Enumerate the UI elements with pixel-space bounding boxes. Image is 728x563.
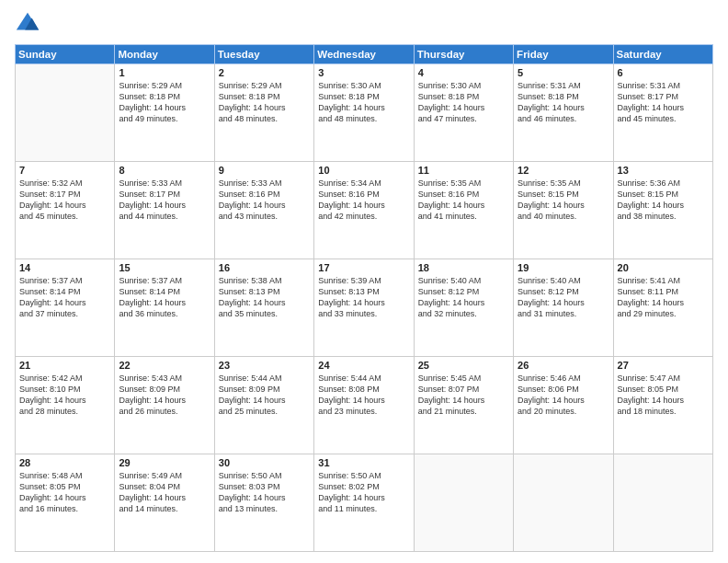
day-number: 24 — [318, 360, 409, 371]
calendar-cell — [613, 454, 712, 552]
calendar-table: SundayMondayTuesdayWednesdayThursdayFrid… — [15, 44, 713, 552]
weekday-header-monday: Monday — [115, 45, 214, 64]
weekday-header-tuesday: Tuesday — [214, 45, 313, 64]
day-info: Sunrise: 5:49 AM Sunset: 8:04 PM Dayligh… — [119, 470, 210, 515]
calendar-cell: 22Sunrise: 5:43 AM Sunset: 8:09 PM Dayli… — [115, 357, 214, 454]
day-number: 23 — [219, 360, 310, 371]
calendar-cell: 26Sunrise: 5:46 AM Sunset: 8:06 PM Dayli… — [514, 357, 613, 454]
calendar-cell: 14Sunrise: 5:37 AM Sunset: 8:14 PM Dayli… — [16, 259, 115, 357]
day-info: Sunrise: 5:30 AM Sunset: 8:18 PM Dayligh… — [418, 80, 509, 125]
weekday-header-sunday: Sunday — [16, 45, 115, 64]
day-number: 16 — [219, 262, 310, 273]
day-number: 5 — [518, 67, 609, 78]
weekday-header-thursday: Thursday — [414, 45, 513, 64]
day-info: Sunrise: 5:38 AM Sunset: 8:13 PM Dayligh… — [219, 275, 310, 320]
day-number: 22 — [119, 360, 210, 371]
day-info: Sunrise: 5:44 AM Sunset: 8:09 PM Dayligh… — [219, 373, 310, 418]
calendar-cell: 6Sunrise: 5:31 AM Sunset: 8:17 PM Daylig… — [613, 64, 712, 162]
calendar-cell: 9Sunrise: 5:33 AM Sunset: 8:16 PM Daylig… — [214, 162, 313, 259]
day-info: Sunrise: 5:31 AM Sunset: 8:17 PM Dayligh… — [618, 80, 709, 125]
calendar-cell: 19Sunrise: 5:40 AM Sunset: 8:12 PM Dayli… — [514, 259, 613, 357]
calendar-cell: 30Sunrise: 5:50 AM Sunset: 8:03 PM Dayli… — [214, 454, 313, 552]
calendar-cell: 31Sunrise: 5:50 AM Sunset: 8:02 PM Dayli… — [314, 454, 414, 552]
day-info: Sunrise: 5:41 AM Sunset: 8:11 PM Dayligh… — [618, 275, 709, 320]
calendar-cell: 25Sunrise: 5:45 AM Sunset: 8:07 PM Dayli… — [414, 357, 513, 454]
day-info: Sunrise: 5:36 AM Sunset: 8:15 PM Dayligh… — [618, 178, 709, 223]
day-info: Sunrise: 5:35 AM Sunset: 8:15 PM Dayligh… — [518, 178, 609, 223]
day-number: 13 — [618, 165, 709, 176]
day-number: 31 — [318, 457, 409, 468]
calendar-cell — [514, 454, 613, 552]
day-number: 18 — [418, 262, 509, 273]
calendar-cell: 27Sunrise: 5:47 AM Sunset: 8:05 PM Dayli… — [613, 357, 712, 454]
calendar-cell: 7Sunrise: 5:32 AM Sunset: 8:17 PM Daylig… — [16, 162, 115, 259]
day-info: Sunrise: 5:48 AM Sunset: 8:05 PM Dayligh… — [19, 470, 110, 515]
calendar-cell — [16, 64, 115, 162]
weekday-header-wednesday: Wednesday — [314, 45, 414, 64]
day-number: 19 — [518, 262, 609, 273]
day-number: 21 — [19, 360, 110, 371]
calendar-cell: 3Sunrise: 5:30 AM Sunset: 8:18 PM Daylig… — [314, 64, 414, 162]
day-info: Sunrise: 5:44 AM Sunset: 8:08 PM Dayligh… — [318, 373, 409, 418]
day-info: Sunrise: 5:33 AM Sunset: 8:17 PM Dayligh… — [119, 178, 210, 223]
day-number: 7 — [19, 165, 110, 176]
day-number: 20 — [618, 262, 709, 273]
day-info: Sunrise: 5:45 AM Sunset: 8:07 PM Dayligh… — [418, 373, 509, 418]
calendar-week-1: 1Sunrise: 5:29 AM Sunset: 8:18 PM Daylig… — [16, 64, 713, 162]
day-info: Sunrise: 5:30 AM Sunset: 8:18 PM Dayligh… — [318, 80, 409, 125]
day-info: Sunrise: 5:47 AM Sunset: 8:05 PM Dayligh… — [618, 373, 709, 418]
page: SundayMondayTuesdayWednesdayThursdayFrid… — [0, 0, 728, 563]
day-info: Sunrise: 5:42 AM Sunset: 8:10 PM Dayligh… — [19, 373, 110, 418]
day-info: Sunrise: 5:50 AM Sunset: 8:03 PM Dayligh… — [219, 470, 310, 515]
calendar-cell: 8Sunrise: 5:33 AM Sunset: 8:17 PM Daylig… — [115, 162, 214, 259]
calendar-cell: 11Sunrise: 5:35 AM Sunset: 8:16 PM Dayli… — [414, 162, 513, 259]
calendar-week-2: 7Sunrise: 5:32 AM Sunset: 8:17 PM Daylig… — [16, 162, 713, 259]
weekday-header-saturday: Saturday — [613, 45, 712, 64]
day-number: 15 — [119, 262, 210, 273]
day-number: 14 — [19, 262, 110, 273]
calendar-cell: 28Sunrise: 5:48 AM Sunset: 8:05 PM Dayli… — [16, 454, 115, 552]
day-info: Sunrise: 5:46 AM Sunset: 8:06 PM Dayligh… — [518, 373, 609, 418]
day-number: 2 — [219, 67, 310, 78]
day-info: Sunrise: 5:40 AM Sunset: 8:12 PM Dayligh… — [518, 275, 609, 320]
calendar-cell: 16Sunrise: 5:38 AM Sunset: 8:13 PM Dayli… — [214, 259, 313, 357]
calendar-cell: 24Sunrise: 5:44 AM Sunset: 8:08 PM Dayli… — [314, 357, 414, 454]
day-number: 30 — [219, 457, 310, 468]
day-number: 11 — [418, 165, 509, 176]
day-number: 27 — [618, 360, 709, 371]
calendar-cell: 20Sunrise: 5:41 AM Sunset: 8:11 PM Dayli… — [613, 259, 712, 357]
calendar-cell: 21Sunrise: 5:42 AM Sunset: 8:10 PM Dayli… — [16, 357, 115, 454]
calendar-cell: 23Sunrise: 5:44 AM Sunset: 8:09 PM Dayli… — [214, 357, 313, 454]
weekday-header-friday: Friday — [514, 45, 613, 64]
logo-icon — [15, 11, 40, 37]
logo — [15, 11, 44, 37]
day-number: 25 — [418, 360, 509, 371]
day-number: 26 — [518, 360, 609, 371]
weekday-header-row: SundayMondayTuesdayWednesdayThursdayFrid… — [16, 45, 713, 64]
day-info: Sunrise: 5:40 AM Sunset: 8:12 PM Dayligh… — [418, 275, 509, 320]
calendar-cell: 10Sunrise: 5:34 AM Sunset: 8:16 PM Dayli… — [314, 162, 414, 259]
day-info: Sunrise: 5:33 AM Sunset: 8:16 PM Dayligh… — [219, 178, 310, 223]
calendar-cell: 18Sunrise: 5:40 AM Sunset: 8:12 PM Dayli… — [414, 259, 513, 357]
day-number: 1 — [119, 67, 210, 78]
header — [15, 11, 713, 37]
day-number: 6 — [618, 67, 709, 78]
day-info: Sunrise: 5:29 AM Sunset: 8:18 PM Dayligh… — [219, 80, 310, 125]
calendar-week-4: 21Sunrise: 5:42 AM Sunset: 8:10 PM Dayli… — [16, 357, 713, 454]
day-number: 12 — [518, 165, 609, 176]
calendar-cell: 15Sunrise: 5:37 AM Sunset: 8:14 PM Dayli… — [115, 259, 214, 357]
calendar-cell: 29Sunrise: 5:49 AM Sunset: 8:04 PM Dayli… — [115, 454, 214, 552]
day-number: 28 — [19, 457, 110, 468]
calendar-cell: 13Sunrise: 5:36 AM Sunset: 8:15 PM Dayli… — [613, 162, 712, 259]
day-number: 4 — [418, 67, 509, 78]
calendar-cell: 5Sunrise: 5:31 AM Sunset: 8:18 PM Daylig… — [514, 64, 613, 162]
day-info: Sunrise: 5:43 AM Sunset: 8:09 PM Dayligh… — [119, 373, 210, 418]
calendar-cell — [414, 454, 513, 552]
day-info: Sunrise: 5:32 AM Sunset: 8:17 PM Dayligh… — [19, 178, 110, 223]
day-number: 10 — [318, 165, 409, 176]
day-number: 8 — [119, 165, 210, 176]
calendar-cell: 12Sunrise: 5:35 AM Sunset: 8:15 PM Dayli… — [514, 162, 613, 259]
day-number: 3 — [318, 67, 409, 78]
calendar-cell: 17Sunrise: 5:39 AM Sunset: 8:13 PM Dayli… — [314, 259, 414, 357]
day-info: Sunrise: 5:31 AM Sunset: 8:18 PM Dayligh… — [518, 80, 609, 125]
